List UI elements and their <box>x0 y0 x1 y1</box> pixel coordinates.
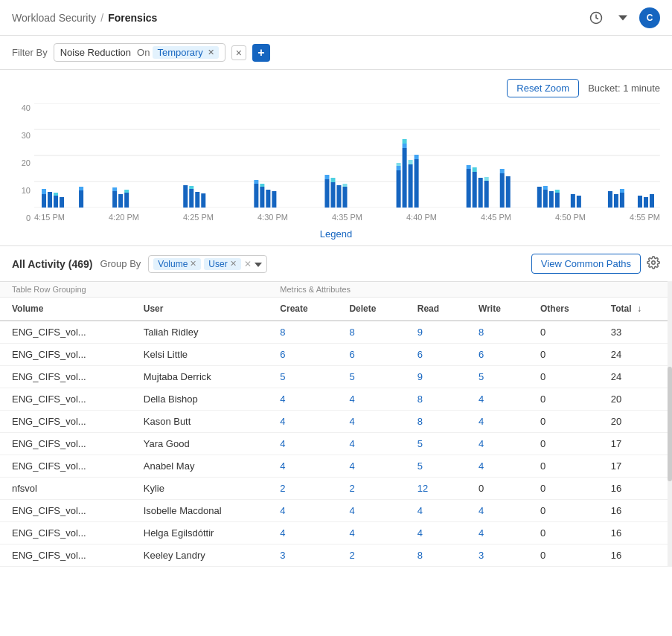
col-total[interactable]: Total ↓ <box>599 298 672 321</box>
x-440: 4:40 PM <box>406 213 437 222</box>
svg-rect-68 <box>620 189 624 193</box>
write-value[interactable]: 6 <box>479 349 484 360</box>
settings-icon-button[interactable] <box>647 256 660 272</box>
write-value[interactable]: 4 <box>479 394 484 405</box>
x-450: 4:50 PM <box>555 213 586 222</box>
write-value[interactable]: 4 <box>479 505 484 516</box>
breadcrumb-parent[interactable]: Workload Security <box>12 12 96 24</box>
dropdown-arrow-button[interactable] <box>612 7 633 28</box>
read-value[interactable]: 12 <box>417 483 428 494</box>
read-value[interactable]: 9 <box>417 371 423 382</box>
col-user: User <box>132 298 269 321</box>
read-value[interactable]: 6 <box>417 349 423 360</box>
cell-write: 6 <box>467 344 528 366</box>
read-value[interactable]: 5 <box>417 438 423 449</box>
delete-value[interactable]: 4 <box>349 394 354 405</box>
delete-value[interactable]: 8 <box>349 327 354 338</box>
cell-create: 5 <box>268 366 337 388</box>
table-row: nfsvol Kylie 2 2 12 0 0 16 <box>0 478 672 500</box>
view-common-paths-button[interactable]: View Common Paths <box>531 254 641 274</box>
write-value[interactable]: 4 <box>479 416 484 427</box>
write-value: 0 <box>479 483 484 494</box>
svg-rect-60 <box>549 191 554 208</box>
read-value[interactable]: 8 <box>417 394 423 405</box>
create-value[interactable]: 4 <box>280 438 285 449</box>
cell-write: 3 <box>467 545 528 567</box>
delete-value[interactable]: 2 <box>349 550 354 561</box>
clock-icon-button[interactable] <box>586 7 607 28</box>
svg-rect-44 <box>409 160 413 164</box>
create-value[interactable]: 4 <box>280 460 285 472</box>
create-value[interactable]: 2 <box>280 483 285 494</box>
cell-volume: ENG_CIFS_vol... <box>0 366 132 388</box>
write-value[interactable]: 5 <box>479 371 484 382</box>
x-420: 4:20 PM <box>109 213 139 222</box>
filter-tag-on: On <box>137 47 150 58</box>
scrollbar-thumb[interactable] <box>668 367 672 481</box>
table-row: ENG_CIFS_vol... Mujtaba Derrick 5 5 9 5 … <box>0 366 672 388</box>
breadcrumb-separator: / <box>100 12 103 24</box>
read-value[interactable]: 4 <box>417 505 423 516</box>
read-value[interactable]: 5 <box>417 460 423 472</box>
cell-read: 8 <box>406 545 467 567</box>
filter-add-button[interactable]: + <box>252 44 270 62</box>
cell-read: 5 <box>406 455 467 478</box>
group-tag-user-remove[interactable]: ✕ <box>230 259 237 269</box>
filter-clear-button[interactable]: × <box>231 45 246 60</box>
legend-link[interactable]: Legend <box>12 222 660 245</box>
cell-read: 9 <box>406 366 467 388</box>
filter-tag-remove[interactable]: ✕ <box>208 48 214 57</box>
group-tag-volume-remove[interactable]: ✕ <box>190 259 196 269</box>
create-value[interactable]: 4 <box>280 394 285 405</box>
create-value[interactable]: 4 <box>280 416 285 427</box>
read-value[interactable]: 8 <box>417 550 423 561</box>
svg-rect-14 <box>112 191 117 208</box>
write-value[interactable]: 3 <box>479 550 484 561</box>
delete-value[interactable]: 4 <box>349 438 354 449</box>
read-value[interactable]: 8 <box>417 416 423 427</box>
delete-value[interactable]: 4 <box>349 460 354 472</box>
create-value[interactable]: 8 <box>280 327 285 338</box>
create-value[interactable]: 5 <box>280 371 285 382</box>
svg-rect-55 <box>500 169 505 173</box>
cell-user: Isobelle Macdonal <box>132 500 269 522</box>
delete-value[interactable]: 5 <box>349 371 354 382</box>
svg-rect-56 <box>506 176 511 208</box>
delete-value[interactable]: 6 <box>349 349 354 360</box>
write-value[interactable]: 8 <box>479 327 484 338</box>
group-by-clear-button[interactable]: ✕ <box>244 259 252 269</box>
user-avatar-button[interactable]: C <box>639 7 660 28</box>
scrollbar-track[interactable] <box>668 281 672 567</box>
create-value[interactable]: 6 <box>280 349 285 360</box>
svg-rect-59 <box>543 186 548 190</box>
y-40: 40 <box>12 103 31 112</box>
cell-user: Anabel May <box>132 455 269 478</box>
cell-others: 0 <box>528 522 599 545</box>
delete-value[interactable]: 4 <box>349 416 354 427</box>
cell-total: 20 <box>599 411 672 433</box>
cell-create: 6 <box>268 344 337 366</box>
delete-value[interactable]: 4 <box>349 505 354 516</box>
group-by-tags-container: Volume ✕ User ✕ ✕ <box>148 255 266 273</box>
read-value[interactable]: 4 <box>417 527 423 539</box>
delete-value[interactable]: 4 <box>349 527 354 539</box>
write-value[interactable]: 4 <box>479 438 484 449</box>
cell-others: 0 <box>528 366 599 388</box>
delete-value[interactable]: 2 <box>349 483 354 494</box>
create-value[interactable]: 4 <box>280 505 285 516</box>
cell-total: 17 <box>599 433 672 455</box>
write-value[interactable]: 4 <box>479 460 484 472</box>
svg-point-72 <box>652 260 656 264</box>
read-value[interactable]: 9 <box>417 327 423 338</box>
svg-rect-18 <box>124 190 129 193</box>
create-value[interactable]: 3 <box>280 550 285 561</box>
x-425: 4:25 PM <box>183 213 214 222</box>
table-row: ENG_CIFS_vol... Yara Good 4 4 5 4 0 17 <box>0 433 672 455</box>
svg-rect-54 <box>500 173 505 208</box>
group-by-dropdown-button[interactable] <box>255 258 262 269</box>
svg-rect-28 <box>266 190 270 208</box>
cell-volume: ENG_CIFS_vol... <box>0 455 132 478</box>
reset-zoom-button[interactable]: Reset Zoom <box>507 79 579 97</box>
create-value[interactable]: 4 <box>280 527 285 539</box>
write-value[interactable]: 4 <box>479 527 484 539</box>
